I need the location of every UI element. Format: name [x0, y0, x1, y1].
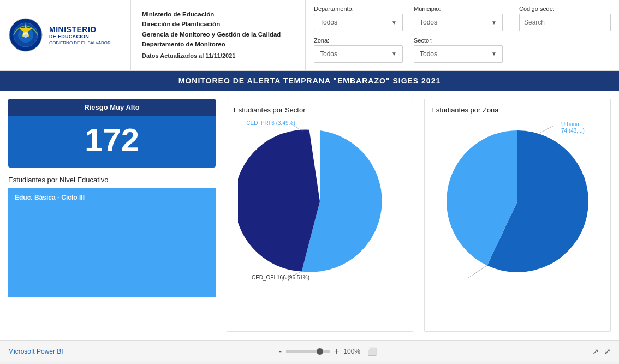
departamento-chevron-icon: ▼: [391, 20, 397, 26]
sector-filter: Sector: Todos ▼: [414, 37, 503, 65]
logo-emblem: [8, 17, 44, 53]
update-date: Datos Actualizados al 11/11/2021: [142, 51, 294, 61]
departamento-select[interactable]: Todos ▼: [314, 14, 403, 31]
search-input[interactable]: [519, 14, 611, 31]
risk-value: 172: [8, 116, 216, 168]
zoom-plus-button[interactable]: +: [334, 347, 339, 356]
svg-line-8: [539, 126, 553, 133]
charts-section: Estudiantes por Sector CED_OFI: [227, 99, 611, 332]
departamento-value: Todos: [320, 19, 337, 26]
zona-chart-area: Urbana 74 (43,...): [431, 120, 604, 283]
zona-chevron-icon: ▼: [391, 51, 397, 57]
zona-chart-card: Estudiantes por Zona: [424, 99, 611, 332]
logo-text: MINISTERIO DE EDUCACIÓN GOBIERNO DE EL S…: [49, 25, 111, 45]
powerbi-link[interactable]: Microsoft Power BI: [8, 348, 63, 355]
nivel-bar: Educ. Básica - Ciclo III: [8, 188, 216, 297]
logo-country: GOBIERNO DE EL SALVADOR: [49, 40, 111, 45]
filters-section: Departamento: Todos ▼ Municipio: Todos ▼…: [306, 0, 511, 70]
banner-title: MONITOREO DE ALERTA TEMPRANA "EMBARAZO" …: [178, 76, 441, 85]
logo-section: MINISTERIO DE EDUCACIÓN GOBIERNO DE EL S…: [0, 0, 131, 70]
zoom-controls: - + 100% ⬜: [279, 347, 377, 356]
risk-card: Riesgo Muy Alto 172: [8, 99, 216, 168]
zoom-slider-thumb: [317, 348, 323, 355]
zoom-value: 100%: [343, 348, 360, 355]
zoom-minus-button[interactable]: -: [279, 347, 282, 356]
ministry-line3: Gerencia de Monitoreo y Gestión de la Ca…: [142, 29, 294, 39]
departamento-filter: Departamento: Todos ▼: [314, 5, 403, 34]
zona-label-urbana-val: 74 (43,...): [561, 128, 585, 134]
expand-icon[interactable]: ⤢: [604, 347, 611, 356]
municipio-select[interactable]: Todos ▼: [414, 14, 503, 31]
codigo-label: Código sede:: [519, 5, 611, 12]
sector-chevron-icon: ▼: [491, 51, 497, 57]
sector-pie-chart: CED_OFI 166 (96,51%) CED_PRI 6 (3,49%): [238, 120, 402, 283]
sector-select[interactable]: Todos ▼: [414, 45, 503, 63]
footer-icons: ↗ ⤢: [592, 347, 611, 356]
zona-label: Zona:: [314, 37, 403, 44]
nivel-section: Estudiantes por Nivel Educativo Educ. Bá…: [8, 176, 216, 332]
title-banner: MONITOREO DE ALERTA TEMPRANA "EMBARAZO" …: [0, 71, 619, 91]
svg-point-4: [23, 32, 28, 38]
nivel-title: Estudiantes por Nivel Educativo: [8, 176, 216, 184]
zona-pie-chart: Urbana 74 (43,...): [436, 120, 599, 283]
footer: Microsoft Power BI - + 100% ⬜ ↗ ⤢: [0, 340, 619, 362]
sector-label: Sector:: [414, 37, 503, 44]
zona-select[interactable]: Todos ▼: [314, 45, 403, 63]
sector-label-ofi: CED_OFI 166 (96,51%): [252, 275, 310, 281]
logo-title: MINISTERIO: [49, 25, 111, 34]
nivel-bar-label: Educ. Básica - Ciclo III: [15, 194, 85, 201]
departamento-label: Departamento:: [314, 5, 403, 12]
municipio-chevron-icon: ▼: [491, 20, 497, 26]
risk-title: Riesgo Muy Alto: [8, 99, 216, 116]
municipio-label: Municipio:: [414, 5, 503, 12]
logo-subtitle: DE EDUCACIÓN: [49, 34, 111, 39]
sector-chart-title: Estudiantes por Sector: [234, 106, 406, 114]
zona-value: Todos: [320, 50, 337, 58]
ministry-line1: Ministerio de Educación: [142, 9, 294, 19]
share-icon[interactable]: ↗: [592, 347, 599, 356]
codigo-section: Código sede:: [511, 0, 619, 70]
zoom-slider[interactable]: [286, 350, 330, 353]
main-content: Riesgo Muy Alto 172 Estudiantes por Nive…: [0, 91, 619, 340]
sector-chart-area: CED_OFI 166 (96,51%) CED_PRI 6 (3,49%): [234, 120, 406, 283]
sector-label-pri: CED_PRI 6 (3,49%): [246, 120, 295, 126]
sector-chart-card: Estudiantes por Sector CED_OFI: [227, 99, 413, 332]
ministry-info: Ministerio de Educación Dirección de Pla…: [131, 0, 306, 70]
ministry-line2: Dirección de Planificación: [142, 19, 294, 29]
fit-screen-icon[interactable]: ⬜: [367, 347, 377, 356]
municipio-value: Todos: [420, 19, 437, 26]
svg-line-7: [468, 266, 487, 278]
left-panel: Riesgo Muy Alto 172 Estudiantes por Nive…: [8, 99, 216, 332]
municipio-filter: Municipio: Todos ▼: [414, 5, 503, 34]
sector-value: Todos: [420, 50, 437, 58]
header: MINISTERIO DE EDUCACIÓN GOBIERNO DE EL S…: [0, 0, 619, 71]
zona-filter: Zona: Todos ▼: [314, 37, 403, 65]
ministry-line4: Departamento de Monitoreo: [142, 39, 294, 49]
zona-label-urbana: Urbana: [561, 121, 579, 127]
zona-chart-title: Estudiantes por Zona: [431, 106, 604, 114]
